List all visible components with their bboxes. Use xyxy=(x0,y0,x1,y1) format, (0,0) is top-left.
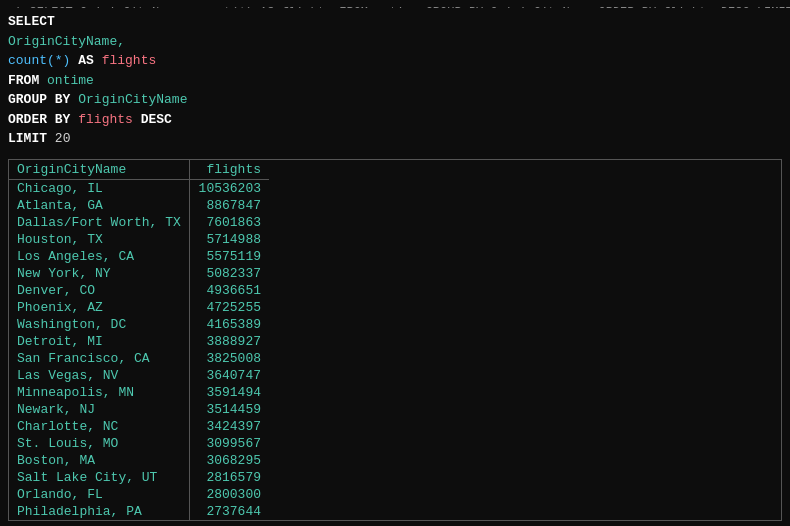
table-row: St. Louis, MO3099567 xyxy=(9,435,269,452)
table-row: Charlotte, NC3424397 xyxy=(9,418,269,435)
table-row: Las Vegas, NV3640747 xyxy=(9,367,269,384)
limit-val: 20 xyxy=(55,131,71,146)
sql-block: SELECT OriginCityName, count(*) AS fligh… xyxy=(0,8,790,155)
table-row: Dallas/Fort Worth, TX7601863 xyxy=(9,214,269,231)
cell-flights: 3825008 xyxy=(190,350,269,367)
cell-flights: 3424397 xyxy=(190,418,269,435)
cell-flights: 5714988 xyxy=(190,231,269,248)
table-header-row: OriginCityName flights xyxy=(9,160,269,180)
top-command: :) SELECT OriginCityName, count(*) AS fl… xyxy=(0,0,790,8)
table-row: San Francisco, CA3825008 xyxy=(9,350,269,367)
cell-city: Minneapolis, MN xyxy=(9,384,190,401)
cell-city: Houston, TX xyxy=(9,231,190,248)
table-row: Detroit, MI3888927 xyxy=(9,333,269,350)
cell-flights: 5575119 xyxy=(190,248,269,265)
cell-flights: 7601863 xyxy=(190,214,269,231)
cell-city: St. Louis, MO xyxy=(9,435,190,452)
cell-flights: 3640747 xyxy=(190,367,269,384)
cell-city: Orlando, FL xyxy=(9,486,190,503)
cell-city: Atlanta, GA xyxy=(9,197,190,214)
cell-flights: 3099567 xyxy=(190,435,269,452)
cell-flights: 5082337 xyxy=(190,265,269,282)
cell-city: New York, NY xyxy=(9,265,190,282)
table-row: Minneapolis, MN3591494 xyxy=(9,384,269,401)
from-keyword: FROM xyxy=(8,73,39,88)
sql-count-line: count(*) AS flights xyxy=(8,51,782,71)
sql-limit-line: LIMIT 20 xyxy=(8,129,782,149)
sql-from-line: FROM ontime xyxy=(8,71,782,91)
cell-city: Los Angeles, CA xyxy=(9,248,190,265)
table-row: Chicago, IL10536203 xyxy=(9,179,269,197)
cell-flights: 4936651 xyxy=(190,282,269,299)
select-keyword: SELECT xyxy=(8,14,55,29)
table-row: Boston, MA3068295 xyxy=(9,452,269,469)
cell-city: Detroit, MI xyxy=(9,333,190,350)
cell-flights: 8867847 xyxy=(190,197,269,214)
cell-city: Salt Lake City, UT xyxy=(9,469,190,486)
cell-city: San Francisco, CA xyxy=(9,350,190,367)
from-table: ontime xyxy=(47,73,94,88)
cell-city: Washington, DC xyxy=(9,316,190,333)
table-row: Salt Lake City, UT2816579 xyxy=(9,469,269,486)
table-row: Houston, TX5714988 xyxy=(9,231,269,248)
table-row: New York, NY5082337 xyxy=(9,265,269,282)
cell-city: Denver, CO xyxy=(9,282,190,299)
orderby-col: flights xyxy=(78,112,133,127)
cell-city: Chicago, IL xyxy=(9,179,190,197)
results-table: OriginCityName flights Chicago, IL105362… xyxy=(9,160,269,520)
origin-identifier: OriginCityName, xyxy=(8,34,125,49)
cell-city: Boston, MA xyxy=(9,452,190,469)
cell-flights: 3068295 xyxy=(190,452,269,469)
cell-flights: 2800300 xyxy=(190,486,269,503)
cell-city: Dallas/Fort Worth, TX xyxy=(9,214,190,231)
as-keyword: AS xyxy=(78,53,101,68)
col-header-origin: OriginCityName xyxy=(9,160,190,180)
cell-city: Las Vegas, NV xyxy=(9,367,190,384)
cell-flights: 2737644 xyxy=(190,503,269,520)
table-row: Denver, CO4936651 xyxy=(9,282,269,299)
cell-flights: 2816579 xyxy=(190,469,269,486)
cell-city: Phoenix, AZ xyxy=(9,299,190,316)
table-row: Philadelphia, PA2737644 xyxy=(9,503,269,520)
cell-flights: 4165389 xyxy=(190,316,269,333)
cell-flights: 3888927 xyxy=(190,333,269,350)
groupby-col: OriginCityName xyxy=(78,92,187,107)
cell-city: Newark, NJ xyxy=(9,401,190,418)
flights-alias: flights xyxy=(102,53,157,68)
sql-origin-line: OriginCityName, xyxy=(8,32,782,52)
limit-keyword: LIMIT xyxy=(8,131,47,146)
sql-orderby-line: ORDER BY flights DESC xyxy=(8,110,782,130)
col-header-flights: flights xyxy=(190,160,269,180)
orderby-keyword: ORDER BY xyxy=(8,112,70,127)
sql-select-line: SELECT xyxy=(8,12,782,32)
cell-city: Charlotte, NC xyxy=(9,418,190,435)
cell-city: Philadelphia, PA xyxy=(9,503,190,520)
table-row: Washington, DC4165389 xyxy=(9,316,269,333)
table-row: Los Angeles, CA5575119 xyxy=(9,248,269,265)
cell-flights: 10536203 xyxy=(190,179,269,197)
table-row: Newark, NJ3514459 xyxy=(9,401,269,418)
groupby-keyword: GROUP BY xyxy=(8,92,70,107)
orderby-dir: DESC xyxy=(141,112,172,127)
table-row: Orlando, FL2800300 xyxy=(9,486,269,503)
table-row: Atlanta, GA8867847 xyxy=(9,197,269,214)
sql-groupby-line: GROUP BY OriginCityName xyxy=(8,90,782,110)
results-table-container: OriginCityName flights Chicago, IL105362… xyxy=(8,159,782,521)
table-row: Phoenix, AZ4725255 xyxy=(9,299,269,316)
cell-flights: 3514459 xyxy=(190,401,269,418)
count-function: count(*) xyxy=(8,53,70,68)
cell-flights: 4725255 xyxy=(190,299,269,316)
cell-flights: 3591494 xyxy=(190,384,269,401)
